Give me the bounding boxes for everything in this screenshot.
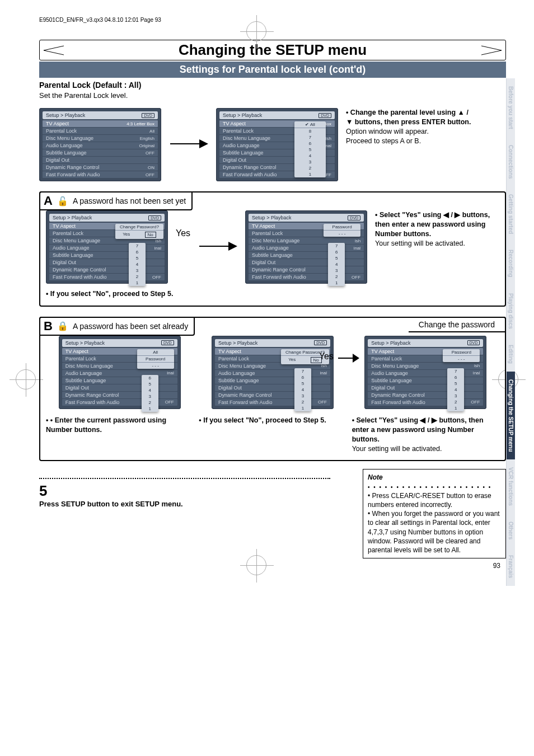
osd-item-label: Digital Out — [53, 260, 76, 265]
tab-changing-setup-menu[interactable]: Changing the SETUP menu — [506, 372, 515, 459]
dvd-badge: DVD — [142, 113, 154, 118]
osd-breadcrumb: Setup > Playback — [46, 112, 85, 118]
osd-item-label: Dynamic Range Control — [53, 267, 106, 273]
osd-item-label: Disc Menu Language — [223, 135, 270, 141]
osd-item-label: Parental Lock — [223, 128, 254, 134]
osd-breadcrumb: Setup > Playback — [53, 215, 92, 220]
tab-vcr-functions[interactable]: VCR functions — [506, 459, 515, 514]
section-title: Parental Lock (Default : All) — [39, 81, 141, 90]
popup-title: Password — [324, 224, 360, 231]
tab-francais[interactable]: Français — [506, 547, 515, 586]
note-line: • Press CLEAR/C-RESET button to erase nu… — [368, 492, 491, 509]
chevron-right-icon — [477, 45, 505, 55]
osd-breadcrumb: Setup > Playback — [252, 215, 291, 220]
popup-value: 2 — [294, 165, 326, 171]
osd-breadcrumb: Setup > Playback — [218, 340, 257, 346]
osd-screenshot-password-entry: Setup > PlaybackDVD TV Aspect Parental L… — [245, 210, 367, 284]
popup-value: 6 — [294, 140, 326, 147]
instruction-line: • Select "Yes" using ◀ / ▶ buttons, then… — [375, 211, 490, 238]
dvd-badge: DVD — [161, 340, 174, 345]
tab-editing[interactable]: Editing — [506, 337, 515, 372]
popup-title: Password — [137, 356, 174, 363]
level-select-popup: ✔ All 8 7 6 5 4 3 2 1 — [294, 121, 326, 177]
note-line: • When you forget the password or you wa… — [368, 510, 500, 554]
osd-item-label: Fast Forward with Audio — [65, 400, 120, 405]
osd-item-label: TV Aspect — [223, 121, 246, 126]
block-a-instructions: • Select "Yes" using ◀ / ▶ buttons, then… — [375, 210, 493, 248]
block-letter: A — [44, 194, 53, 208]
osd-item-label: Dynamic Range Control — [46, 165, 100, 170]
tab-playing-discs[interactable]: Playing discs — [506, 285, 515, 337]
osd-screenshot-level-popup: Setup > PlaybackDVD TV Aspectetter Box P… — [216, 108, 338, 181]
osd-item-label: Parental Lock — [371, 356, 402, 361]
osd-item-label: Disc Menu Language — [65, 363, 113, 369]
osd-item-value: Original — [139, 143, 154, 148]
osd-item-label: TV Aspect — [53, 223, 76, 229]
osd-item-label: Dynamic Range Control — [218, 392, 272, 398]
popup-value: 1 — [294, 171, 326, 177]
change-password-popup: Change Password? Yes No — [115, 224, 163, 239]
tab-getting-started[interactable]: Getting started — [506, 186, 515, 242]
tab-connections[interactable]: Connections — [506, 137, 515, 187]
osd-item-label: Parental Lock — [65, 356, 96, 361]
b-col1-text: • • Enter the current password using Num… — [46, 416, 193, 435]
tab-before-you-start[interactable]: Before you start — [506, 78, 515, 137]
osd-screenshot-initial: Setup > PlaybackDVD TV Aspect4:3 Letter … — [39, 108, 161, 181]
osd-item-label: Digital Out — [65, 385, 89, 391]
osd-item-label: Digital Out — [252, 260, 275, 265]
popup-title: Change Password? — [115, 224, 163, 231]
tab-recording[interactable]: Recording — [506, 242, 515, 285]
osd-item-label: Audio Language — [65, 370, 102, 376]
osd-item-label: Subtitle Language — [65, 378, 106, 383]
osd-item-label: Parental Lock — [53, 231, 83, 236]
instruction-line: • Change the parental level using ▲ / ▼ … — [346, 109, 471, 126]
password-mask: - - - — [137, 363, 174, 369]
unlock-icon: 🔓 — [57, 196, 68, 206]
instruction-line: • Select "Yes" using ◀ / ▶ buttons, then… — [352, 416, 484, 443]
side-tabs: Before you start Connections Getting sta… — [506, 78, 515, 586]
osd-item-label: Subtitle Language — [53, 252, 93, 258]
osd-item-label: Dynamic Range Control — [65, 392, 119, 398]
svg-marker-1 — [199, 139, 208, 148]
instruction-line: • Enter the current password using Numbe… — [46, 416, 166, 434]
popup-value: 8 — [294, 128, 326, 134]
osd-item-label: Dynamic Range Control — [371, 392, 425, 398]
title-band: Changing the SETUP menu — [39, 40, 506, 60]
dvd-badge: DVD — [348, 215, 360, 220]
password-mask: - - - — [324, 231, 360, 237]
password-mask: - - - — [443, 356, 480, 362]
osd-item-label: Disc Menu Language — [46, 135, 93, 141]
osd-item-value: 4:3 Letter Box — [127, 121, 154, 126]
instruction-line: Proceed to steps A or B. — [346, 137, 421, 145]
osd-item-label: TV Aspect — [46, 121, 69, 126]
level-popup-bg: 7654321 — [294, 368, 311, 411]
crop-mark-icon — [246, 555, 266, 575]
instruction-line: • If you select "No", proceed to Step 5. — [46, 290, 173, 298]
popup-no: No — [145, 232, 156, 238]
password-entry-popup: Password - - - — [443, 349, 480, 362]
dvd-badge: DVD — [467, 340, 480, 345]
password-entry-popup: Password - - - — [324, 224, 360, 237]
popup-header: All — [310, 122, 315, 127]
dvd-badge: DVD — [148, 215, 161, 220]
osd-item-label: Subtitle Language — [371, 378, 412, 383]
osd-item-label: Audio Language — [252, 245, 289, 251]
print-header: E9501CD_EN/FR_v3.qx3 04.8.10 12:01 Page … — [39, 17, 506, 23]
osd-item-value: OFF — [146, 151, 154, 156]
page-number: 93 — [39, 562, 506, 570]
subtitle-bar: Settings for Parental lock level (cont'd… — [39, 62, 506, 78]
osd-item-label: TV Aspect — [218, 349, 241, 354]
osd-item-label: Digital Out — [218, 385, 242, 391]
osd-item-label: Subtitle Language — [46, 150, 87, 156]
osd-item-label: Fast Forward with Audio — [252, 274, 306, 280]
popup-value: 4 — [294, 153, 326, 159]
tab-others[interactable]: Others — [506, 514, 515, 547]
osd-item-label: Subtitle Language — [252, 252, 293, 258]
osd-item-label: Parental Lock — [218, 356, 249, 361]
dvd-badge: DVD — [318, 113, 331, 118]
note-heading: Note — [368, 473, 383, 481]
osd-item-label: TV Aspect — [371, 349, 394, 354]
osd-item-label: Digital Out — [46, 157, 69, 163]
password-entry-popup: All Password - - - — [137, 349, 174, 369]
block-a: A 🔓 A password has not been set yet Setu… — [39, 191, 506, 307]
